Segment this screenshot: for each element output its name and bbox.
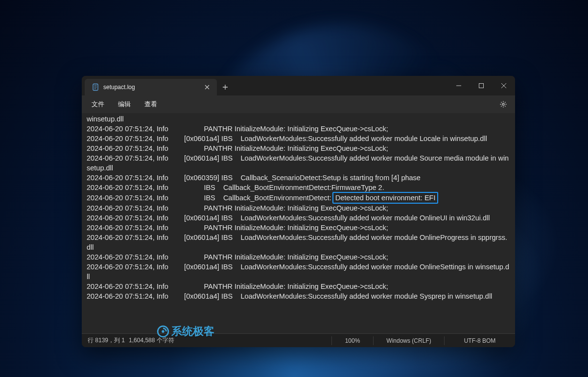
svg-rect-4: [479, 84, 484, 88]
menu-view[interactable]: 查看: [139, 97, 163, 111]
title-bar: setupact.log: [82, 76, 515, 95]
status-zoom: 100%: [338, 337, 367, 344]
menu-edit[interactable]: 编辑: [112, 97, 137, 111]
log-line: winsetup.dll: [87, 114, 510, 124]
log-line: 2024-06-20 07:51:24, Info PANTHR Initial…: [87, 203, 510, 213]
settings-button[interactable]: [495, 96, 511, 112]
log-line: 2024-06-20 07:51:24, Info PANTHR Initial…: [87, 143, 510, 153]
status-bar: 行 8139，列 1 1,604,588 个字符 100% Windows (C…: [82, 333, 515, 347]
close-button[interactable]: [493, 76, 515, 95]
notepad-window: setupact.log 文件 编辑 查看: [82, 76, 515, 347]
log-line: 2024-06-20 07:51:24, Info IBS Callback_B…: [87, 192, 510, 203]
tab-title: setupact.log: [103, 84, 199, 91]
log-line: 2024-06-20 07:51:24, Info [0x0601a4] IBS…: [87, 291, 510, 301]
menu-bar: 文件 编辑 查看: [82, 95, 515, 113]
log-line: 2024-06-20 07:51:24, Info PANTHR Initial…: [87, 282, 510, 291]
minimize-button[interactable]: [447, 76, 470, 95]
status-position: 行 8139，列 1: [88, 336, 125, 345]
log-line: 2024-06-20 07:51:24, Info PANTHR Initial…: [87, 252, 510, 262]
highlighted-text: Detected boot environment: EFI: [332, 192, 439, 204]
log-line: 2024-06-20 07:51:24, Info [0x0601a4] IBS…: [87, 213, 510, 223]
log-line: 2024-06-20 07:51:24, Info [0x0601a4] IBS…: [87, 153, 510, 173]
status-encoding: UTF-8 BOM: [450, 337, 509, 344]
svg-point-5: [502, 103, 504, 105]
log-line: 2024-06-20 07:51:24, Info PANTHR Initial…: [87, 223, 510, 233]
tab-active[interactable]: setupact.log: [85, 79, 217, 95]
log-line: 2024-06-20 07:51:24, Info PANTHR Initial…: [87, 124, 510, 134]
text-content[interactable]: winsetup.dll2024-06-20 07:51:24, Info PA…: [82, 113, 515, 333]
new-tab-button[interactable]: [217, 79, 234, 95]
log-line: 2024-06-20 07:51:24, Info [0x060359] IBS…: [87, 173, 510, 183]
log-line: 2024-06-20 07:51:24, Info [0x0601a4] IBS…: [87, 262, 510, 282]
maximize-button[interactable]: [470, 76, 493, 95]
log-line: 2024-06-20 07:51:24, Info [0x0601a4] IBS…: [87, 134, 510, 143]
status-char-count: 1,604,588 个字符: [129, 336, 174, 345]
window-controls: [447, 76, 515, 95]
log-line: 2024-06-20 07:51:24, Info [0x0601a4] IBS…: [87, 233, 510, 252]
log-line: 2024-06-20 07:51:24, Info IBS Callback_B…: [87, 183, 510, 192]
notepad-icon: [92, 83, 99, 91]
tab-close-button[interactable]: [203, 83, 211, 91]
status-line-endings: Windows (CRLF): [379, 337, 438, 344]
menu-file[interactable]: 文件: [86, 97, 110, 111]
